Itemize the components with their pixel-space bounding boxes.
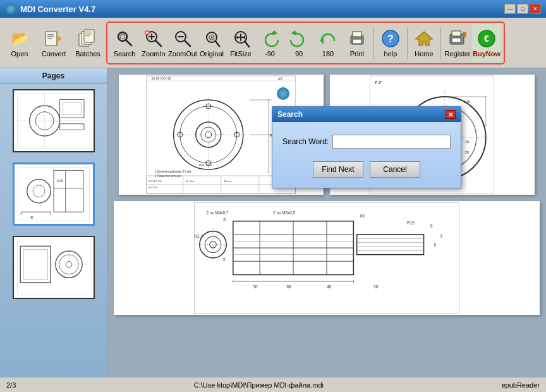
help-button[interactable]: ? help bbox=[376, 24, 405, 62]
rot-90-button[interactable]: 90 bbox=[284, 24, 313, 62]
register-button[interactable]: Register bbox=[443, 24, 472, 62]
toolbar: 📂 Open Convert Batches bbox=[0, 18, 546, 68]
svg-rect-50 bbox=[463, 32, 466, 37]
zoomout-icon bbox=[173, 28, 193, 49]
svg-marker-45 bbox=[416, 32, 432, 46]
svg-text:10: 10 bbox=[465, 140, 470, 144]
title-bar: MDI Converter V4.7 — □ ✕ bbox=[0, 0, 546, 18]
help-icon: ? bbox=[380, 28, 401, 49]
open-button[interactable]: 📂 Open bbox=[4, 24, 35, 62]
buynow-label: BuyNow bbox=[473, 50, 500, 58]
svg-text:5: 5 bbox=[434, 243, 436, 247]
svg-line-25 bbox=[215, 41, 219, 46]
svg-text:48: 48 bbox=[30, 216, 33, 219]
close-button[interactable]: ✕ bbox=[530, 4, 541, 14]
rot-180-button[interactable]: 180 bbox=[313, 24, 343, 62]
home-button[interactable]: Home bbox=[410, 24, 439, 62]
svg-line-22 bbox=[185, 40, 190, 46]
minimize-button[interactable]: — bbox=[504, 4, 516, 14]
search-button[interactable]: Search bbox=[110, 24, 139, 62]
svg-text:R15: R15 bbox=[407, 221, 415, 225]
zoomout-button[interactable]: ZoomOut bbox=[168, 24, 197, 62]
batches-button[interactable]: Batches bbox=[72, 24, 104, 62]
epub-reader-label: epubReader bbox=[501, 381, 540, 389]
page-thumbnail-3[interactable] bbox=[13, 236, 95, 299]
page-info: 2/3 bbox=[6, 381, 16, 389]
original-button[interactable]: Original bbox=[197, 24, 226, 62]
main-toolbar-group: Search ZoomIn bbox=[106, 21, 505, 64]
svg-rect-40 bbox=[353, 39, 361, 44]
svg-line-15 bbox=[155, 40, 161, 46]
svg-point-49 bbox=[460, 35, 462, 37]
svg-text:48: 48 bbox=[327, 285, 332, 289]
svg-text:Масса: Масса bbox=[224, 180, 233, 183]
zoomin-label: ZoomIn bbox=[142, 50, 165, 58]
zoomout-label: ZoomOut bbox=[168, 50, 197, 58]
page-thumbnail-1[interactable] bbox=[13, 89, 95, 152]
buynow-button[interactable]: € BuyNow bbox=[472, 24, 501, 62]
svg-text:30: 30 bbox=[373, 285, 379, 289]
search-word-input[interactable] bbox=[332, 135, 451, 149]
toolbar-separator-3 bbox=[440, 27, 441, 59]
svg-rect-47 bbox=[452, 38, 461, 42]
svg-text:φ/1: φ/1 bbox=[278, 77, 283, 80]
open-icon: 📂 bbox=[9, 28, 30, 49]
title-bar-left: MDI Converter V4.7 bbox=[5, 3, 95, 15]
window-title: MDI Converter V4.7 bbox=[20, 4, 95, 14]
rot-neg90-button[interactable]: -90 bbox=[255, 24, 284, 62]
fitsize-icon bbox=[231, 28, 251, 49]
find-next-button[interactable]: Find Next bbox=[313, 161, 363, 178]
rot-90-label: 90 bbox=[295, 50, 303, 58]
toolbar-separator-1 bbox=[373, 27, 374, 59]
search-label: Search bbox=[114, 50, 136, 58]
zoomin-icon bbox=[143, 28, 164, 49]
svg-text:XX XXX XX: XX XXX XX bbox=[149, 180, 162, 183]
svg-line-12 bbox=[126, 40, 131, 46]
fitsize-button[interactable]: FitSize bbox=[226, 24, 255, 62]
svg-rect-41 bbox=[353, 32, 361, 37]
svg-rect-1 bbox=[47, 34, 54, 35]
svg-text:2 по М4х0,7: 2 по М4х0,7 bbox=[206, 211, 228, 215]
svg-text:XX XXX: XX XXX bbox=[149, 186, 158, 189]
search-word-label: Search Word: bbox=[282, 137, 329, 146]
svg-text:R2,7: R2,7 bbox=[194, 234, 203, 238]
status-bar: 2/3 C:\Use ktop\MDI\Пример MDI-файла.mdi… bbox=[0, 377, 546, 392]
svg-line-29 bbox=[245, 42, 249, 47]
search-dialog-titlebar: Search ✕ bbox=[272, 107, 461, 122]
svg-text:Г-Г: Г-Г bbox=[375, 80, 382, 85]
help-label: help bbox=[384, 50, 397, 58]
print-label: Print bbox=[350, 50, 365, 58]
svg-text:€: € bbox=[484, 34, 489, 44]
search-icon bbox=[114, 28, 135, 49]
search-row: Search Word: bbox=[282, 135, 451, 149]
register-icon bbox=[447, 28, 468, 49]
rot-neg90-icon bbox=[260, 28, 280, 49]
search-dialog[interactable]: Search ✕ Search Word: Find Next Cancel bbox=[272, 106, 461, 188]
pages-sidebar: Pages bbox=[0, 68, 107, 377]
original-label: Original bbox=[200, 50, 224, 58]
svg-rect-2 bbox=[47, 36, 54, 37]
title-controls[interactable]: — □ ✕ bbox=[504, 4, 541, 14]
fitsize-label: FitSize bbox=[230, 50, 252, 58]
search-dialog-close-button[interactable]: ✕ bbox=[446, 110, 456, 119]
svg-rect-9 bbox=[85, 34, 92, 34]
svg-text:68: 68 bbox=[286, 285, 291, 289]
convert-button[interactable]: Convert bbox=[38, 24, 70, 62]
batches-label: Batches bbox=[75, 50, 100, 58]
svg-text:135: 135 bbox=[464, 100, 471, 104]
home-label: Home bbox=[415, 50, 433, 58]
rot-neg90-label: -90 bbox=[265, 50, 275, 58]
print-button[interactable]: Print bbox=[343, 24, 372, 62]
page-thumbnail-2[interactable]: R15 48 bbox=[13, 162, 95, 226]
cancel-button[interactable]: Cancel bbox=[370, 161, 420, 178]
svg-text:60: 60 bbox=[360, 214, 365, 218]
zoomin-button[interactable]: ZoomIn bbox=[139, 24, 168, 62]
svg-text:1 Длинная деформа 3.5 мм: 1 Длинная деформа 3.5 мм bbox=[155, 170, 191, 173]
original-icon bbox=[202, 28, 222, 49]
svg-point-27 bbox=[211, 36, 213, 38]
search-dialog-title: Search bbox=[277, 110, 303, 119]
home-icon bbox=[414, 28, 434, 49]
maximize-button[interactable]: □ bbox=[517, 4, 528, 14]
svg-text:S: S bbox=[223, 217, 226, 222]
rot-180-label: 180 bbox=[322, 50, 334, 58]
